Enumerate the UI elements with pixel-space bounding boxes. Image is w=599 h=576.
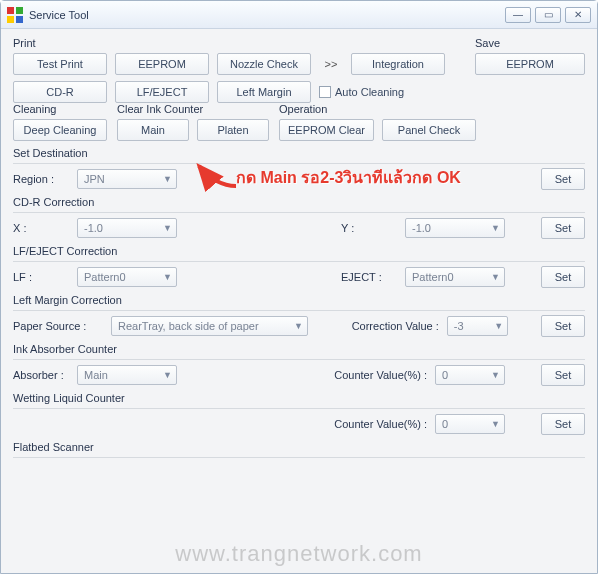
- eject-select[interactable]: Pattern0▼: [405, 267, 505, 287]
- content-area: Print Test Print EEPROM Nozzle Check >> …: [1, 29, 597, 573]
- chevron-down-icon: ▼: [491, 223, 500, 233]
- operation-label: Operation: [279, 103, 476, 115]
- deep-cleaning-button[interactable]: Deep Cleaning: [13, 119, 107, 141]
- absorber-label: Absorber :: [13, 369, 69, 381]
- ink-counter-label: Counter Value(%) :: [312, 369, 427, 381]
- paper-source-select[interactable]: RearTray, back side of paper▼: [111, 316, 308, 336]
- lf-select[interactable]: Pattern0▼: [77, 267, 177, 287]
- print-label: Print: [13, 37, 465, 49]
- clear-ink-label: Clear Ink Counter: [117, 103, 269, 115]
- region-label: Region :: [13, 173, 69, 185]
- cleaning-label: Cleaning: [13, 103, 107, 115]
- chevron-down-icon: ▼: [491, 370, 500, 380]
- cdr-x-label: X :: [13, 222, 69, 234]
- absorber-select[interactable]: Main▼: [77, 365, 177, 385]
- cdr-button[interactable]: CD-R: [13, 81, 107, 103]
- flatbed-label: Flatbed Scanner: [13, 441, 585, 453]
- checkbox-icon: [319, 86, 331, 98]
- leftmargin-set-button[interactable]: Set: [541, 315, 585, 337]
- paper-source-label: Paper Source :: [13, 320, 103, 332]
- save-eeprom-button[interactable]: EEPROM: [475, 53, 585, 75]
- cdr-correction-label: CD-R Correction: [13, 196, 585, 208]
- correction-value-select[interactable]: -3▼: [447, 316, 508, 336]
- chevron-down-icon: ▼: [163, 272, 172, 282]
- ink-counter-select[interactable]: 0▼: [435, 365, 505, 385]
- maximize-button[interactable]: ▭: [535, 7, 561, 23]
- chevron-down-icon: ▼: [294, 321, 303, 331]
- eeprom-print-button[interactable]: EEPROM: [115, 53, 209, 75]
- integration-button[interactable]: Integration: [351, 53, 445, 75]
- cdr-y-select[interactable]: -1.0▼: [405, 218, 505, 238]
- left-margin-button[interactable]: Left Margin: [217, 81, 311, 103]
- panel-check-button[interactable]: Panel Check: [382, 119, 476, 141]
- lf-eject-correction-label: LF/EJECT Correction: [13, 245, 585, 257]
- clear-ink-main-button[interactable]: Main: [117, 119, 189, 141]
- chevron-down-icon: ▼: [491, 419, 500, 429]
- region-set-button[interactable]: Set: [541, 168, 585, 190]
- lf-eject-button[interactable]: LF/EJECT: [115, 81, 209, 103]
- region-select[interactable]: JPN▼: [77, 169, 177, 189]
- app-window: Service Tool — ▭ ✕ Print Test Print EEPR…: [0, 0, 598, 574]
- cdr-x-select[interactable]: -1.0▼: [77, 218, 177, 238]
- close-button[interactable]: ✕: [565, 7, 591, 23]
- left-margin-correction-label: Left Margin Correction: [13, 294, 585, 306]
- chevron-down-icon: ▼: [163, 370, 172, 380]
- wetting-counter-label: Counter Value(%) :: [312, 418, 427, 430]
- test-print-button[interactable]: Test Print: [13, 53, 107, 75]
- auto-cleaning-checkbox[interactable]: Auto Cleaning: [319, 86, 404, 98]
- set-destination-label: Set Destination: [13, 147, 585, 159]
- chevron-down-icon: ▼: [494, 321, 503, 331]
- wetting-set-button[interactable]: Set: [541, 413, 585, 435]
- wetting-label: Wetting Liquid Counter: [13, 392, 585, 404]
- eject-label: EJECT :: [341, 271, 397, 283]
- window-title: Service Tool: [29, 9, 505, 21]
- nozzle-check-button[interactable]: Nozzle Check: [217, 53, 311, 75]
- ink-absorber-label: Ink Absorber Counter: [13, 343, 585, 355]
- auto-cleaning-label: Auto Cleaning: [335, 86, 404, 98]
- lfeject-set-button[interactable]: Set: [541, 266, 585, 288]
- clear-ink-platen-button[interactable]: Platen: [197, 119, 269, 141]
- cdr-set-button[interactable]: Set: [541, 217, 585, 239]
- app-icon: [7, 7, 23, 23]
- save-label: Save: [475, 37, 585, 49]
- lf-label: LF :: [13, 271, 69, 283]
- more-arrows-icon: >>: [319, 58, 343, 70]
- ink-set-button[interactable]: Set: [541, 364, 585, 386]
- minimize-button[interactable]: —: [505, 7, 531, 23]
- chevron-down-icon: ▼: [163, 223, 172, 233]
- cdr-y-label: Y :: [341, 222, 397, 234]
- chevron-down-icon: ▼: [163, 174, 172, 184]
- titlebar[interactable]: Service Tool — ▭ ✕: [1, 1, 597, 29]
- correction-value-label: Correction Value :: [324, 320, 439, 332]
- chevron-down-icon: ▼: [491, 272, 500, 282]
- wetting-counter-select[interactable]: 0▼: [435, 414, 505, 434]
- eeprom-clear-button[interactable]: EEPROM Clear: [279, 119, 374, 141]
